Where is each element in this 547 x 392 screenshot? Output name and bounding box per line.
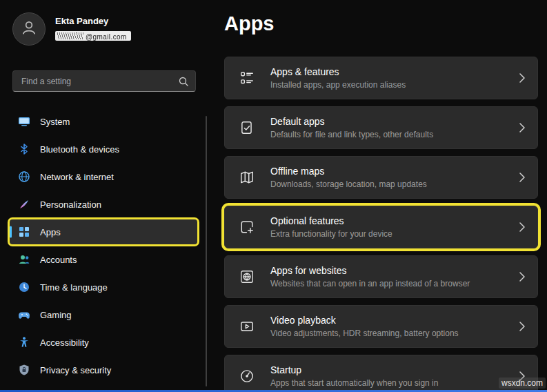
card-subtitle: Apps that start automatically when you s… — [270, 378, 438, 388]
sidebar-item-accessibility[interactable]: Accessibility — [10, 330, 197, 355]
sidebar-item-gaming[interactable]: Gaming — [10, 302, 197, 327]
search-box — [12, 70, 196, 92]
settings-card-startup[interactable]: Startup Apps that start automatically wh… — [224, 355, 538, 392]
startup-icon — [239, 368, 255, 384]
settings-card-offline-maps[interactable]: Offline maps Downloads, storage location… — [224, 156, 538, 199]
accounts-icon — [18, 253, 30, 266]
sidebar-item-label: Network & internet — [40, 172, 114, 182]
personalization-icon — [18, 198, 30, 210]
settings-card-apps-features[interactable]: Apps & features Installed apps, app exec… — [224, 57, 538, 99]
card-title: Video playback — [270, 315, 459, 326]
sidebar-item-label: Apps — [40, 227, 61, 237]
user-account-block: Ekta Pandey @gmail.com — [12, 12, 131, 46]
search-input[interactable] — [13, 77, 179, 86]
card-text: Offline maps Downloads, storage location… — [270, 166, 427, 189]
offline-maps-icon — [239, 169, 255, 186]
watermark: wsxdn.com — [499, 378, 546, 389]
card-text: Default apps Defaults for file and link … — [270, 116, 433, 139]
optional-features-icon — [239, 219, 255, 235]
apps-for-websites-icon — [239, 268, 255, 285]
gaming-icon — [18, 308, 30, 321]
settings-window: Ekta Pandey @gmail.com System Bluetooth … — [0, 0, 547, 392]
privacy-security-icon — [18, 364, 30, 376]
sidebar-item-label: System — [40, 117, 70, 127]
page-title: Apps — [224, 12, 275, 35]
card-subtitle: Extra functionality for your device — [270, 229, 392, 239]
settings-card-video-playback[interactable]: Video playback Video adjustments, HDR st… — [224, 305, 538, 348]
sidebar-item-label: Time & language — [40, 282, 108, 293]
user-name: Ekta Pandey — [55, 16, 131, 26]
sidebar-item-accounts[interactable]: Accounts — [10, 247, 197, 272]
card-title: Startup — [270, 364, 438, 375]
chevron-right-icon — [519, 173, 525, 182]
avatar[interactable] — [12, 12, 46, 46]
email-scribble: @gmail.com — [55, 31, 131, 41]
sidebar-item-time-language[interactable]: Time & language — [10, 275, 197, 300]
sidebar-item-system[interactable]: System — [10, 109, 197, 134]
settings-card-default-apps[interactable]: Default apps Defaults for file and link … — [224, 106, 538, 149]
apps-icon — [18, 226, 30, 238]
selected-accent-bar — [10, 226, 12, 238]
person-icon — [20, 19, 38, 39]
card-text: Video playback Video adjustments, HDR st… — [270, 315, 459, 338]
card-subtitle: Defaults for file and link types, other … — [270, 130, 433, 139]
accessibility-icon — [18, 336, 30, 349]
card-title: Optional features — [270, 215, 392, 226]
card-text: Apps & features Installed apps, app exec… — [270, 66, 406, 90]
network-icon — [18, 170, 30, 183]
card-subtitle: Downloads, storage location, map updates — [270, 179, 427, 189]
default-apps-icon — [239, 119, 255, 136]
chevron-right-icon — [519, 222, 525, 232]
sidebar-nav: System Bluetooth & devices Network & int… — [10, 109, 197, 385]
settings-card-list: Apps & features Installed apps, app exec… — [224, 57, 538, 392]
chevron-right-icon — [519, 272, 525, 282]
sidebar-scrollbar[interactable] — [206, 116, 207, 386]
card-title: Offline maps — [270, 166, 427, 177]
user-text: Ekta Pandey @gmail.com — [55, 16, 131, 42]
card-text: Optional features Extra functionality fo… — [270, 215, 392, 239]
card-text: Startup Apps that start automatically wh… — [270, 364, 438, 388]
sidebar-item-privacy-security[interactable]: Privacy & security — [10, 357, 197, 382]
sidebar-item-bluetooth-devices[interactable]: Bluetooth & devices — [10, 137, 197, 161]
card-title: Apps & features — [270, 66, 406, 77]
sidebar-item-network-internet[interactable]: Network & internet — [10, 164, 197, 189]
settings-card-optional-features[interactable]: Optional features Extra functionality fo… — [224, 206, 538, 248]
video-playback-icon — [239, 318, 255, 335]
chevron-right-icon — [519, 322, 525, 331]
user-email-redacted: @gmail.com — [55, 30, 131, 42]
chevron-right-icon — [519, 73, 525, 83]
card-title: Default apps — [270, 116, 433, 127]
card-subtitle: Installed apps, app execution aliases — [270, 80, 406, 90]
chevron-right-icon — [519, 123, 525, 133]
sidebar-item-apps[interactable]: Apps — [10, 219, 197, 244]
card-subtitle: Video adjustments, HDR streaming, batter… — [270, 329, 459, 338]
sidebar-item-personalization[interactable]: Personalization — [10, 192, 197, 217]
apps-features-icon — [239, 70, 255, 86]
search-icon[interactable] — [179, 77, 188, 86]
sidebar-item-label: Accounts — [40, 255, 77, 265]
sidebar-item-label: Gaming — [40, 310, 72, 320]
card-text: Apps for websites Websites that can open… — [270, 265, 470, 288]
bluetooth-icon — [18, 143, 30, 155]
card-subtitle: Websites that can open in an app instead… — [270, 279, 470, 288]
sidebar-item-label: Personalization — [40, 199, 101, 210]
sidebar-item-label: Accessibility — [40, 337, 89, 348]
email-visible-part: @gmail.com — [86, 33, 127, 41]
system-icon — [18, 115, 30, 128]
settings-card-apps-for-websites[interactable]: Apps for websites Websites that can open… — [224, 255, 538, 298]
card-title: Apps for websites — [270, 265, 470, 276]
sidebar-item-label: Privacy & security — [40, 365, 111, 375]
sidebar-item-label: Bluetooth & devices — [40, 144, 119, 155]
time-language-icon — [18, 281, 30, 293]
